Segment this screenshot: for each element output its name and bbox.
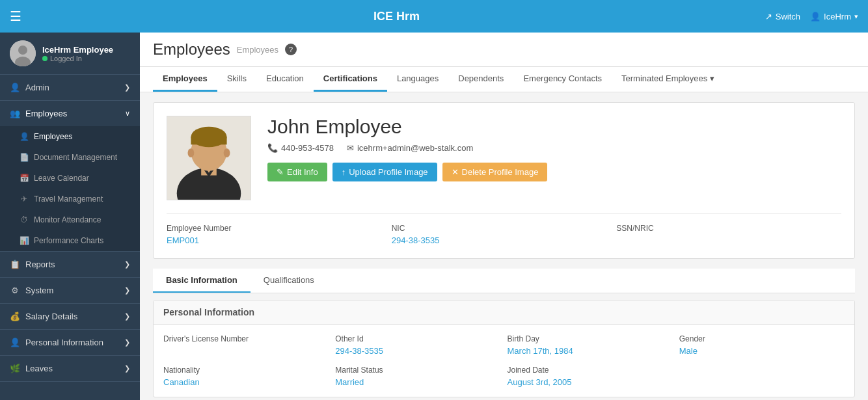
employee-details: John Employee 📞 440-953-4578 ✉ icehrm+ad… — [267, 116, 841, 181]
svg-point-10 — [188, 148, 195, 157]
delete-icon: ✕ — [452, 167, 459, 177]
admin-caret-icon: ❯ — [124, 83, 130, 92]
sidebar-group-admin: 👤 Admin ❯ — [0, 75, 140, 101]
sidebar-group-employees-label: Employees — [25, 109, 120, 118]
sidebar-personal-label: Personal Information — [25, 338, 119, 347]
sidebar-travel-label: Travel Management — [34, 194, 103, 204]
terminated-tab-label: Terminated Employees — [621, 73, 707, 83]
user-menu[interactable]: 👤 IceHrm ▾ — [810, 12, 858, 21]
field-nationality: Nationality Canadian — [163, 366, 329, 387]
meta-nic: NIC 294-38-3535 — [392, 224, 617, 245]
employee-phone: 📞 440-953-4578 — [267, 143, 334, 153]
sidebar-item-monitor-attendance[interactable]: ⏱ Monitor Attendance — [0, 209, 140, 230]
marital-status-value: Married — [335, 377, 500, 387]
nic-label: NIC — [392, 224, 617, 233]
employee-number-value[interactable]: EMP001 — [167, 235, 392, 245]
sidebar-salary-label: Salary Details — [25, 312, 119, 321]
employees-caret-icon: ∨ — [125, 109, 130, 118]
field-extra — [679, 366, 845, 387]
sidebar-item-employees[interactable]: 👤 Employees — [0, 126, 140, 147]
sidebar-item-leave-calendar[interactable]: 📅 Leave Calendar — [0, 168, 140, 189]
other-id-label: Other Id — [335, 334, 500, 343]
reports-icon: 📋 — [10, 260, 20, 269]
inner-tab-basic-information[interactable]: Basic Information — [153, 269, 251, 293]
inner-tab-qualifications[interactable]: Qualifications — [251, 269, 327, 293]
personal-caret-icon: ❯ — [124, 338, 130, 347]
sidebar-system-label: System — [25, 286, 119, 295]
sidebar-item-travel-management[interactable]: ✈ Travel Management — [0, 189, 140, 209]
sidebar-group-leaves: 🌿 Leaves ❯ — [0, 356, 140, 382]
meta-employee-number: Employee Number EMP001 — [167, 224, 392, 245]
status-dot-icon — [42, 56, 47, 61]
tab-employees[interactable]: Employees — [153, 67, 217, 92]
tab-languages[interactable]: Languages — [387, 67, 448, 92]
employee-actions: ✎ Edit Info ↑ Upload Profile Image ✕ Del… — [267, 163, 841, 181]
sidebar-group-reports: 📋 Reports ❯ — [0, 252, 140, 278]
joined-date-value: August 3rd, 2005 — [508, 377, 673, 387]
personal-info-header: Personal Information — [154, 300, 854, 325]
switch-icon: ↗ — [765, 12, 772, 21]
sidebar-item-performance-charts[interactable]: 📊 Performance Charts — [0, 230, 140, 251]
sidebar-item-reports[interactable]: 📋 Reports ❯ — [0, 252, 140, 277]
edit-icon: ✎ — [277, 167, 284, 177]
nic-value[interactable]: 294-38-3535 — [392, 235, 617, 245]
personal-info-grid: Driver's License Number Other Id 294-38-… — [154, 325, 854, 397]
sidebar-employees-label: Employees — [34, 132, 72, 141]
personal-info-section: Personal Information Driver's License Nu… — [153, 300, 855, 397]
phone-icon: 📞 — [267, 143, 278, 153]
sidebar-item-admin[interactable]: 👤 Admin ❯ — [0, 75, 140, 100]
joined-date-label: Joined Date — [508, 366, 673, 375]
tab-emergency-contacts[interactable]: Emergency Contacts — [513, 67, 612, 92]
employee-photo — [167, 116, 251, 200]
employees-group-icon: 👥 — [10, 109, 20, 118]
sidebar-employees-subitems: 👤 Employees 📄 Document Management 📅 Leav… — [0, 126, 140, 251]
sidebar-item-document-management[interactable]: 📄 Document Management — [0, 147, 140, 168]
employee-header: John Employee 📞 440-953-4578 ✉ icehrm+ad… — [167, 116, 841, 200]
sidebar-profile-status: Logged In — [42, 55, 130, 62]
help-icon[interactable]: ? — [285, 44, 297, 55]
upload-profile-image-button[interactable]: ↑ Upload Profile Image — [332, 163, 437, 181]
field-marital-status: Marital Status Married — [335, 366, 500, 387]
sidebar-group-system: ⚙ System ❯ — [0, 278, 140, 304]
edit-info-label: Edit Info — [287, 167, 318, 177]
leaves-caret-icon: ❯ — [124, 364, 130, 373]
delete-profile-label: Delete Profile Image — [462, 167, 539, 177]
employee-email: ✉ icehrm+admin@web-stalk.com — [347, 143, 473, 153]
delete-profile-image-button[interactable]: ✕ Delete Profile Image — [442, 163, 548, 181]
edit-info-button[interactable]: ✎ Edit Info — [267, 163, 327, 181]
svg-point-1 — [18, 46, 27, 55]
employee-name: John Employee — [267, 116, 841, 138]
sidebar-item-personal-information[interactable]: 👤 Personal Information ❯ — [0, 330, 140, 355]
personal-icon: 👤 — [10, 338, 20, 347]
user-icon: 👤 — [810, 12, 821, 21]
avatar — [10, 40, 36, 66]
page-title: Employees — [153, 40, 230, 59]
svg-rect-9 — [191, 137, 226, 145]
sidebar-item-leaves[interactable]: 🌿 Leaves ❯ — [0, 356, 140, 381]
sidebar-item-employees-group[interactable]: 👥 Employees ∨ — [0, 101, 140, 126]
svg-point-11 — [224, 148, 230, 157]
admin-icon: 👤 — [10, 83, 20, 92]
field-drivers-license: Driver's License Number — [163, 334, 329, 356]
field-other-id: Other Id 294-38-3535 — [335, 334, 500, 356]
employees-sub-icon: 👤 — [20, 132, 29, 141]
page-header: Employees Employees ? — [140, 33, 868, 67]
upload-profile-label: Upload Profile Image — [349, 167, 427, 177]
switch-button[interactable]: ↗ Switch — [765, 12, 800, 21]
top-navigation: ☰ ICE Hrm ↗ Switch 👤 IceHrm ▾ — [0, 0, 868, 33]
sidebar-item-salary-details[interactable]: 💰 Salary Details ❯ — [0, 304, 140, 329]
meta-ssn: SSN/NRIC — [616, 224, 841, 245]
tabs-bar: Employees Skills Education Certification… — [140, 67, 868, 92]
calendar-icon: 📅 — [20, 174, 29, 183]
tab-skills[interactable]: Skills — [217, 67, 256, 92]
sidebar-item-system[interactable]: ⚙ System ❯ — [0, 278, 140, 303]
hamburger-icon[interactable]: ☰ — [10, 8, 21, 24]
sidebar-profile-info: IceHrm Employee Logged In — [42, 45, 130, 62]
breadcrumb: Employees — [237, 45, 278, 55]
tab-terminated-employees[interactable]: Terminated Employees ▾ — [612, 67, 724, 92]
sidebar-profile-name: IceHrm Employee — [42, 45, 130, 55]
attendance-icon: ⏱ — [20, 215, 29, 224]
tab-dependents[interactable]: Dependents — [448, 67, 513, 92]
tab-education[interactable]: Education — [256, 67, 314, 92]
tab-certifications[interactable]: Certifications — [314, 67, 387, 92]
